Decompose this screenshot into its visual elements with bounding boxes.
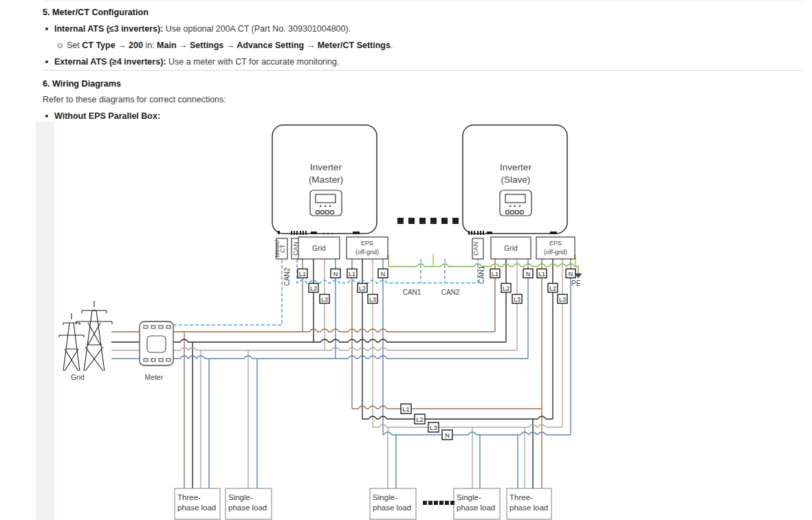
meter-caption: Meter — [145, 373, 164, 381]
wiring-diagram: PE CAN1 CAN2 CAN2 CAN1 Grid — [0, 0, 812, 520]
tag-l1: L1 — [538, 271, 545, 278]
port-eps-label: EPS — [361, 240, 373, 247]
load-three-phase-2: Three- phase load — [507, 488, 551, 519]
bus-tag-l2: L2 — [416, 416, 424, 423]
load-label-line2: phase load — [457, 504, 495, 512]
load-label-line2: phase load — [228, 504, 267, 512]
can1-label: CAN1 — [403, 289, 421, 296]
inverter-slave-role: (Slave) — [501, 174, 531, 185]
load-label-line2: phase load — [509, 504, 548, 512]
grid-caption: Grid — [71, 373, 85, 381]
tag-l3: L3 — [369, 296, 376, 303]
port-eps-label: EPS — [549, 240, 562, 247]
tag-n: N — [526, 271, 531, 278]
load-label-line1: Single- — [228, 493, 253, 501]
tag-l1: L1 — [492, 271, 498, 278]
port-can-label: CAN — [292, 242, 299, 256]
master-ports: Meter/ CT CAN Grid EPS (off-grid) — [274, 237, 388, 259]
inverter-slave: Inverter (Slave) — [463, 125, 567, 235]
loads: Three- phase load Single- phase load Sin… — [175, 488, 551, 519]
blue-wire-verticals — [209, 259, 571, 488]
gray-wire-verticals — [201, 259, 562, 488]
load-label-line1: Three- — [177, 493, 201, 501]
grid-phase-buses — [111, 329, 528, 359]
tag-l3: L3 — [559, 296, 566, 303]
tag-l3: L3 — [321, 296, 328, 303]
wire-tags — [298, 269, 575, 440]
port-grid-label: Grid — [504, 244, 518, 252]
load-single-phase-2: Single- phase load — [370, 488, 416, 519]
inverter-slave-name: Inverter — [500, 162, 531, 172]
can2-label: CAN2 — [441, 289, 460, 296]
load-label-line1: Three- — [509, 493, 533, 501]
inverter-master-name: Inverter — [310, 162, 342, 172]
wire-tag-texts: L1 L2 L3 N L1 L2 L3 N L1 L2 L3 N L1 L2 L… — [299, 271, 573, 439]
meter-device — [140, 321, 173, 365]
load-label-line2: phase load — [373, 504, 411, 512]
tag-l3: L3 — [514, 296, 520, 303]
load-three-phase-1: Three- phase load — [175, 488, 220, 519]
bus-tag-n: N — [445, 431, 450, 439]
tag-n: N — [333, 271, 338, 278]
tag-l1: L1 — [349, 271, 355, 278]
tag-l2: L2 — [310, 285, 317, 292]
port-grid-label: Grid — [312, 244, 326, 252]
inverter-master: Inverter (Master) — [272, 125, 377, 235]
more-inverters-ellipsis — [397, 218, 459, 224]
can2-vertical-label: CAN2 — [283, 267, 291, 286]
grid-towers-icon — [59, 301, 112, 371]
can-comm-lines — [173, 259, 478, 325]
brown-wire-verticals — [184, 259, 542, 488]
tag-l2: L2 — [359, 285, 366, 292]
load-label-line1: Single- — [373, 493, 397, 501]
documentation-page: 5. Meter/CT Configuration Internal ATS (… — [0, 0, 812, 520]
slave-ports: CAN Grid EPS (off-grid) — [472, 237, 575, 259]
load-label-line1: Single- — [457, 493, 481, 501]
tag-l2: L2 — [503, 285, 509, 292]
tag-l2: L2 — [549, 285, 556, 292]
can1-vertical-label: CAN1 — [478, 265, 485, 284]
tag-n: N — [569, 271, 573, 278]
tag-l1: L1 — [299, 271, 306, 278]
load-single-phase-1: Single- phase load — [226, 488, 272, 519]
load-label-line2: phase load — [177, 504, 216, 512]
more-loads-ellipsis — [423, 501, 454, 505]
port-can-label: CAN — [472, 242, 479, 256]
tag-n: N — [381, 271, 386, 278]
inverter-master-role: (Master) — [309, 174, 343, 185]
load-distribution-buses — [352, 406, 571, 435]
port-eps-sublabel: (off-grid) — [544, 249, 567, 256]
load-single-phase-3: Single- phase load — [454, 488, 500, 519]
pe-label: PE — [571, 280, 581, 287]
port-eps-sublabel: (off-grid) — [355, 249, 379, 256]
bus-tag-l3: L3 — [430, 424, 437, 431]
bus-tag-l1: L1 — [402, 405, 410, 413]
port-meterct-label2: CT — [279, 245, 286, 253]
